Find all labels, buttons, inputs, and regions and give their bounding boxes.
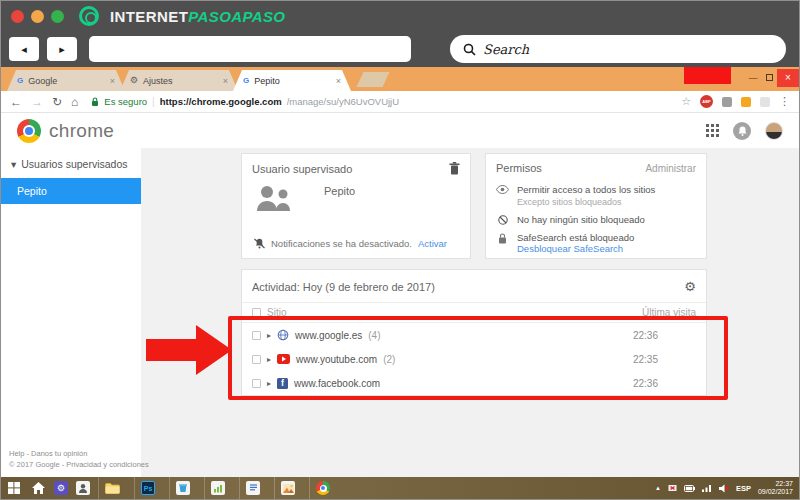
card-title: Permisos <box>496 162 542 174</box>
reload-icon[interactable]: ↻ <box>52 95 62 109</box>
window-controls: — × <box>745 68 799 87</box>
browser-menu-icon[interactable]: ⋮ <box>779 95 790 108</box>
manage-link[interactable]: Administrar <box>645 163 696 174</box>
extension-icon[interactable] <box>741 97 751 107</box>
tab-label: Pepito <box>254 76 280 86</box>
tray-expand-icon[interactable]: ▲ <box>655 485 661 491</box>
page-header: chrome <box>1 113 799 148</box>
forward-icon[interactable]: → <box>31 95 43 109</box>
sidebar-group-label: Usuarios supervisados <box>21 158 127 170</box>
permission-item-access: Permitir acceso a todos los sitios Excep… <box>486 182 706 212</box>
url-host: https://chrome.google.com <box>160 96 282 107</box>
tab-close-icon[interactable]: × <box>336 76 341 86</box>
tab-close-icon[interactable]: × <box>223 76 228 86</box>
zoom-traffic-light-icon[interactable] <box>51 10 64 23</box>
address-bar: ← → ↻ ⌂ Es seguro | https://chrome.googl… <box>1 91 799 113</box>
omnibox[interactable]: Es seguro | https://chrome.google.com/ma… <box>87 95 691 108</box>
network-icon[interactable] <box>702 484 712 492</box>
notifications-status: Notificaciones se ha desactivado. <box>271 238 412 249</box>
apps-grid-icon[interactable] <box>706 124 719 137</box>
unblock-safesearch-link[interactable]: Desbloquear SafeSearch <box>517 243 623 254</box>
taskbar: ⚙ Ps ▲ ESP <box>1 477 800 499</box>
extension-icon[interactable] <box>760 97 770 107</box>
permission-item-safesearch: SafeSearch está bloqueado Desbloquear Sa… <box>486 230 706 259</box>
search-placeholder: Search <box>483 42 529 57</box>
settings-app-icon[interactable]: ⚙ <box>54 481 68 495</box>
writer-app-icon[interactable] <box>239 477 266 499</box>
notifications-bell-icon[interactable] <box>733 122 751 140</box>
tab-close-icon[interactable]: × <box>110 76 115 86</box>
profile-avatar[interactable] <box>765 122 783 140</box>
activate-link[interactable]: Activar <box>418 238 447 249</box>
trash-icon[interactable] <box>449 162 460 175</box>
clock-date: 09/02/2017 <box>758 488 793 497</box>
footer-copyright[interactable]: © 2017 Google - Privacidad y condiciones <box>9 459 149 470</box>
bookmark-star-icon[interactable]: ☆ <box>681 95 691 108</box>
frame-forward-button[interactable]: ▸ <box>47 37 77 61</box>
system-tray: ▲ ESP 22:37 09/02/2017 <box>655 480 796 497</box>
tab-google[interactable]: G Google × <box>7 70 125 91</box>
permission-text: SafeSearch está bloqueado <box>517 232 634 243</box>
tab-label: Google <box>28 76 57 86</box>
activity-title: Actividad: Hoy (9 de febrero de 2017) <box>252 281 435 293</box>
sidebar-item-pepito[interactable]: Pepito <box>1 178 141 204</box>
brand-header: INTERNETPASOAPASO <box>1 1 799 31</box>
home-taskbar-icon[interactable] <box>30 480 46 496</box>
taskbar-clock[interactable]: 22:37 09/02/2017 <box>758 480 793 497</box>
new-tab-button[interactable] <box>357 72 390 87</box>
page-footer: Help - Danos tu opinión © 2017 Google - … <box>9 448 149 470</box>
minimize-traffic-light-icon[interactable] <box>31 10 44 23</box>
tab-ajustes[interactable]: ⚙ Ajustes × <box>120 70 238 91</box>
internetpasoapaso-logo-icon <box>79 6 99 26</box>
blocked-icon <box>496 214 509 226</box>
settings-gear-icon[interactable]: ⚙ <box>684 279 696 294</box>
close-traffic-light-icon[interactable] <box>11 10 24 23</box>
lock-icon <box>496 232 509 255</box>
url-separator: | <box>152 96 155 107</box>
chrome-taskbar-icon[interactable] <box>309 477 336 499</box>
minimize-button[interactable]: — <box>745 73 761 83</box>
google-favicon-icon: G <box>243 76 249 85</box>
brand-toolbar: ◂ ▸ Search <box>1 31 799 67</box>
contact-app-icon[interactable] <box>76 481 90 495</box>
back-icon[interactable]: ← <box>10 95 22 109</box>
frame-url-input[interactable] <box>89 36 411 62</box>
restore-button[interactable] <box>761 74 777 81</box>
brand-wordmark-primary: INTERNET <box>110 8 188 25</box>
bell-off-icon <box>254 238 265 249</box>
home-icon[interactable]: ⌂ <box>71 95 78 109</box>
chevron-down-icon: ▾ <box>11 158 16 170</box>
paint-bucket-icon[interactable] <box>169 477 196 499</box>
action-center-icon[interactable] <box>668 484 677 493</box>
permission-text: No hay ningún sitio bloqueado <box>517 214 645 226</box>
file-explorer-icon[interactable] <box>98 477 126 499</box>
security-label: Es seguro <box>104 96 147 107</box>
eye-icon <box>496 184 509 208</box>
secure-lock-icon <box>91 97 99 107</box>
tab-label: Ajustes <box>143 76 173 86</box>
sidebar-group-supervised-users[interactable]: ▾ Usuarios supervisados <box>1 148 141 178</box>
google-favicon-icon: G <box>17 76 23 85</box>
frame-back-button[interactable]: ◂ <box>9 37 39 61</box>
extension-icon[interactable] <box>722 97 732 107</box>
adblock-extension-icon[interactable]: ABP <box>700 95 713 108</box>
speaker-muted-icon[interactable] <box>719 484 729 493</box>
start-button-icon[interactable] <box>6 480 22 496</box>
url-path: /manage/su/yN6UvOVUjjU <box>287 96 399 107</box>
supervised-user-card: Usuario supervisado Pepito Notificacione… <box>241 153 471 259</box>
tab-strip: G Google × ⚙ Ajustes × G Pepito × — × <box>1 67 799 91</box>
chrome-logo-icon <box>17 119 41 143</box>
frame-search-box[interactable]: Search <box>450 35 786 63</box>
brand-wordmark-accent: PASOAPASO <box>188 8 285 25</box>
page-title: chrome <box>49 120 114 142</box>
photoshop-icon[interactable]: Ps <box>134 477 161 499</box>
supervised-users-avatar-icon <box>256 185 294 211</box>
highlight-arrow-icon <box>146 322 232 378</box>
footer-help-links[interactable]: Help - Danos tu opinión <box>9 448 149 459</box>
language-indicator[interactable]: ESP <box>736 484 751 493</box>
gallery-app-icon[interactable] <box>274 477 301 499</box>
tab-pepito[interactable]: G Pepito × <box>233 70 351 91</box>
calc-app-icon[interactable] <box>204 477 231 499</box>
close-button[interactable]: × <box>777 69 799 87</box>
battery-icon[interactable] <box>684 485 695 492</box>
